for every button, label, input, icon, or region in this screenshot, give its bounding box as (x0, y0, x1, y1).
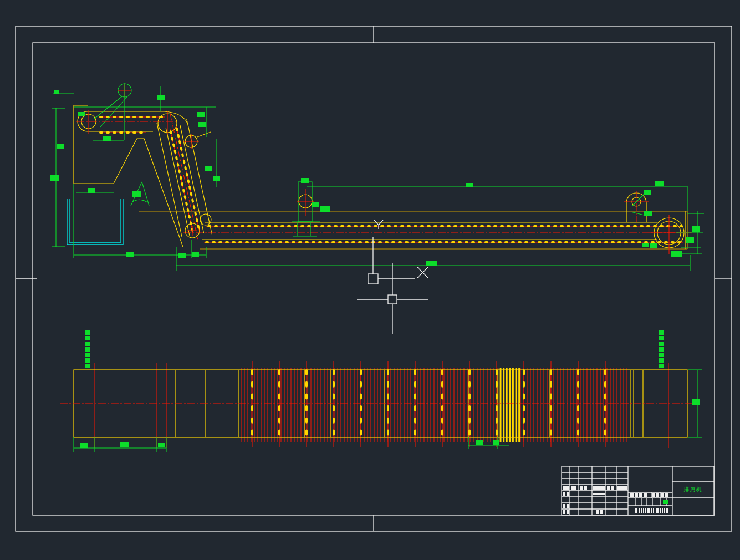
hatch-zone (385, 368, 468, 442)
right-bracket (624, 191, 649, 222)
incline-bracket (183, 132, 211, 149)
selection-node (368, 274, 378, 284)
title-green-mark (663, 500, 668, 504)
plan-view (60, 330, 702, 452)
side-view (50, 83, 704, 271)
support-leg (292, 182, 320, 236)
title-block: 排屑机 (562, 466, 714, 515)
cad-canvas[interactable]: 排屑机 (0, 0, 740, 560)
stacked-dim-text (659, 330, 664, 368)
slat-band (498, 368, 520, 442)
hatch-zone (520, 368, 630, 442)
drawing-sheet: 排屑机 (0, 0, 740, 560)
chip-cart (67, 199, 123, 245)
conveyor-head (76, 84, 188, 135)
revision-grid (562, 466, 672, 515)
incline-section (155, 110, 212, 242)
slope-angle-arc (132, 200, 147, 202)
drawing-title-text: 排屑机 (683, 486, 702, 492)
osnap-markers (368, 220, 428, 284)
point-marker-x (417, 267, 428, 278)
horizontal-run (139, 211, 693, 249)
crosshair-cursor[interactable] (357, 263, 428, 334)
hatch-zone (305, 368, 385, 442)
point-marker-y (374, 220, 383, 229)
hatch-zone (238, 368, 305, 442)
pickbox[interactable] (388, 295, 397, 304)
hatch-zone (468, 368, 498, 442)
hopper-outline (74, 105, 183, 247)
stacked-dim-text (85, 330, 90, 368)
